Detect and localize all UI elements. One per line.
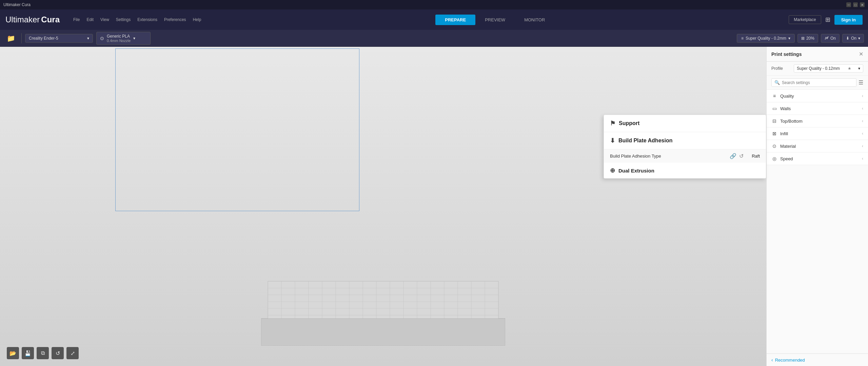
panel-footer: ‹ Recommended (767, 353, 868, 366)
nav-view[interactable]: View (100, 17, 109, 22)
settings-group-walls: ▭ Walls ‹ (767, 102, 868, 115)
settings-menu-button[interactable]: ☰ (859, 79, 863, 86)
tool-open[interactable]: 📂 (7, 347, 19, 359)
support-flyout-icon: ⚑ (610, 120, 615, 127)
settings-list: ≡ Quality ‹ ▭ Walls ‹ ⊟ Top/Bottom ‹ (767, 90, 868, 353)
walls-group-name: Walls (780, 106, 859, 111)
window-controls[interactable]: ─ □ ✕ (846, 2, 865, 7)
speed-group-name: Speed (780, 156, 859, 161)
topbottom-group-name: Top/Bottom (780, 119, 859, 124)
settings-group-material: ⊙ Material ‹ (767, 140, 868, 152)
infill-value: 20% (806, 36, 814, 41)
marketplace-button[interactable]: Marketplace (789, 15, 821, 24)
infill-group-name: Infill (780, 131, 859, 136)
material-arrow-icon: ‹ (862, 144, 863, 148)
material-group-name: Material (780, 144, 859, 149)
monitor-button[interactable]: MONITOR (515, 15, 554, 25)
material-selector[interactable]: ⊙ Generic PLA 0.4mm Nozzle ▾ (96, 32, 151, 45)
recommended-label: Recommended (775, 358, 805, 363)
quality-selector[interactable]: ≡ Super Quality - 0.2mm ▾ (737, 34, 795, 43)
maximize-button[interactable]: □ (853, 2, 858, 7)
preview-button[interactable]: PREVIEW (475, 15, 515, 25)
settings-group-quality: ≡ Quality ‹ (767, 90, 868, 102)
toolbar-separator (21, 33, 22, 43)
settings-group-walls-row[interactable]: ▭ Walls ‹ (767, 102, 868, 115)
support-icon: 🗲 (825, 36, 829, 41)
profile-row: Profile Super Quality - 0.12mm ★ ▾ (767, 62, 868, 76)
flyout-adhesion-header: ⬇ Build Plate Adhesion (610, 137, 760, 144)
toolbar: 📁 Creality Ender-5 ▾ ⊙ Generic PLA 0.4mm… (0, 30, 868, 47)
infill-arrow-icon: ‹ (862, 131, 863, 136)
settings-group-quality-row[interactable]: ≡ Quality ‹ (767, 90, 868, 102)
title-bar: Ultimaker Cura ─ □ ✕ (0, 0, 868, 9)
panel-close-button[interactable]: ✕ (859, 51, 863, 57)
chain-link-icon[interactable]: 🔗 (730, 153, 736, 159)
settings-group-infill-row[interactable]: ⊠ Infill ‹ (767, 127, 868, 140)
recommended-button[interactable]: ‹ Recommended (771, 357, 805, 363)
quality-settings-icon: ≡ (771, 93, 777, 99)
walls-settings-icon: ▭ (771, 105, 777, 111)
material-settings-icon: ⊙ (771, 143, 777, 149)
prepare-button[interactable]: PREPARE (435, 15, 475, 25)
infill-selector[interactable]: ⊠ 20% (797, 34, 818, 43)
material-nozzle: 0.4mm Nozzle (107, 39, 131, 43)
panel-title: Print settings (771, 52, 802, 57)
quality-arrow-icon: ‹ (862, 94, 863, 98)
profile-value: Super Quality - 0.12mm (797, 66, 840, 71)
flyout-adhesion-type-row: Build Plate Adhesion Type 🔗 ↺ Raft (604, 149, 766, 163)
grid-icon[interactable]: ⊞ (825, 16, 830, 23)
infill-settings-icon: ⊠ (771, 130, 777, 137)
nav-file[interactable]: File (73, 17, 80, 22)
close-button[interactable]: ✕ (860, 2, 865, 7)
settings-group-material-row[interactable]: ⊙ Material ‹ (767, 140, 868, 152)
tool-save[interactable]: 💾 (22, 347, 34, 359)
reset-icon[interactable]: ↺ (739, 153, 744, 159)
nav-edit[interactable]: Edit (86, 17, 94, 22)
signin-button[interactable]: Sign in (834, 15, 863, 25)
tool-rotate[interactable]: ↺ (52, 347, 64, 359)
profile-selector[interactable]: Super Quality - 0.12mm ★ ▾ (794, 64, 863, 73)
material-dropdown-arrow: ▾ (133, 36, 135, 41)
logo-ultimaker: Ultimaker (5, 15, 40, 24)
profile-label: Profile (771, 66, 792, 71)
flyout-dual-section: ⊕ Dual Extrusion (604, 163, 766, 178)
flyout-support-title: Support (619, 120, 639, 126)
header: Ultimaker Cura File Edit View Settings E… (0, 9, 868, 30)
adhesion-flyout-icon: ⬇ (610, 137, 615, 144)
support-selector[interactable]: 🗲 On (821, 34, 840, 43)
flyout-panel: ⚑ Support ⬇ Build Plate Adhesion Build P… (604, 115, 766, 179)
adhesion-value: On (851, 36, 856, 41)
tool-scale[interactable]: ⤢ (66, 347, 79, 359)
nav-help[interactable]: Help (193, 17, 201, 22)
quality-value: Super Quality - 0.2mm (746, 36, 786, 41)
flyout-adhesion-type-label: Build Plate Adhesion Type (610, 154, 726, 159)
search-input[interactable] (782, 80, 853, 85)
settings-group-speed-row[interactable]: ◎ Speed ‹ (767, 152, 868, 165)
build-plate (261, 278, 505, 346)
viewport[interactable]: 📂 💾 ⧉ ↺ ⤢ (0, 47, 766, 366)
tool-arrange[interactable]: ⧉ (37, 347, 49, 359)
dual-extrusion-icon: ⊕ (610, 167, 615, 174)
nav-settings[interactable]: Settings (116, 17, 131, 22)
profile-arrow-icon: ▾ (858, 66, 860, 71)
header-right: Marketplace ⊞ Sign in (789, 15, 863, 25)
quality-icon: ≡ (741, 36, 744, 41)
speed-settings-icon: ◎ (771, 156, 777, 162)
nav-extensions[interactable]: Extensions (137, 17, 157, 22)
recommended-arrow-icon: ‹ (771, 357, 773, 363)
quality-dropdown-arrow: ▾ (788, 36, 790, 41)
printer-dropdown-arrow: ▾ (87, 36, 89, 41)
settings-group-topbottom-row[interactable]: ⊟ Top/Bottom ‹ (767, 115, 868, 127)
open-file-button[interactable]: 📁 (4, 33, 18, 44)
nav-preferences[interactable]: Preferences (164, 17, 186, 22)
printer-selector[interactable]: Creality Ender-5 ▾ (25, 34, 93, 43)
flyout-adhesion-value: Raft (746, 154, 760, 159)
adhesion-selector[interactable]: ⬇ On ▾ (842, 34, 864, 43)
settings-group-speed: ◎ Speed ‹ (767, 152, 868, 165)
topbottom-arrow-icon: ‹ (862, 119, 863, 123)
title-bar-left: Ultimaker Cura (3, 2, 31, 7)
window-title: Ultimaker Cura (3, 2, 31, 7)
minimize-button[interactable]: ─ (846, 2, 851, 7)
flyout-setting-actions: 🔗 ↺ Raft (730, 153, 760, 159)
material-icon: ⊙ (100, 36, 104, 41)
